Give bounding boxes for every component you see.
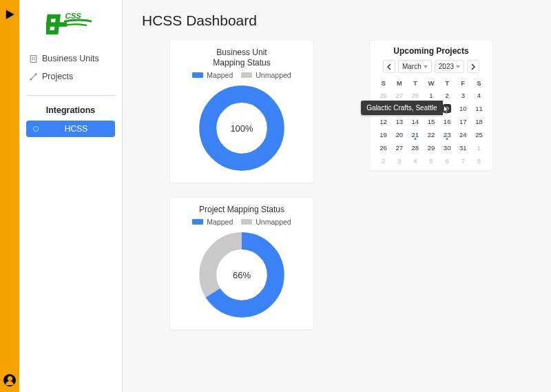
- chart-legend: Mapped Unmapped: [177, 218, 306, 226]
- calendar-month-select[interactable]: March: [398, 60, 432, 73]
- calendar-grid: SMTWTFS262728123456789101112131415161718…: [375, 77, 487, 167]
- chart-title: Project Mapping Status: [177, 205, 306, 215]
- calendar-day[interactable]: 4: [471, 89, 487, 102]
- calendar-day[interactable]: 29: [423, 141, 439, 154]
- chart-legend: Mapped Unmapped: [177, 71, 306, 79]
- calendar-day[interactable]: 23: [439, 128, 455, 141]
- calendar-weekday: S: [471, 77, 487, 89]
- sidebar-divider: [26, 95, 115, 96]
- legend-unmapped: Unmapped: [241, 71, 291, 79]
- legend-mapped: Mapped: [192, 71, 233, 79]
- svg-rect-5: [34, 59, 35, 60]
- hcss-logo: CSS: [26, 10, 115, 37]
- chevron-down-icon: [456, 65, 460, 68]
- sidebar-item-label: Business Units: [42, 54, 99, 63]
- calendar-year-select[interactable]: 2023: [435, 60, 464, 73]
- calendar-day[interactable]: 25: [471, 128, 487, 141]
- calendar-day[interactable]: 6: [439, 154, 455, 167]
- svg-rect-2: [32, 56, 33, 58]
- calendar-prev-button[interactable]: [383, 60, 395, 73]
- calendar-weekday: T: [407, 77, 423, 89]
- calendar-day[interactable]: 12: [375, 115, 391, 128]
- calendar-day[interactable]: 28: [407, 141, 423, 154]
- sidebar: CSS Business Units Projects Integrations…: [19, 0, 123, 392]
- building-icon: [29, 54, 38, 63]
- calendar-day[interactable]: 20: [391, 128, 407, 141]
- svg-rect-4: [32, 59, 33, 60]
- calendar-day[interactable]: 24: [455, 128, 471, 141]
- calendar-weekday: T: [439, 77, 455, 89]
- calendar-day[interactable]: 8: [471, 154, 487, 167]
- legend-unmapped: Unmapped: [241, 218, 291, 226]
- avatar[interactable]: [3, 374, 16, 386]
- calendar-day[interactable]: 3: [391, 154, 407, 167]
- calendar-weekday: S: [375, 77, 391, 89]
- calendar-day[interactable]: 31: [455, 141, 471, 154]
- calendar-day[interactable]: 13: [391, 115, 407, 128]
- legend-mapped: Mapped: [192, 218, 233, 226]
- chart-center-label: 66%: [197, 230, 287, 320]
- app-rail: [0, 0, 19, 392]
- calendar-day[interactable]: 17: [455, 115, 471, 128]
- donut-chart: 66%: [197, 230, 287, 320]
- calendar-day[interactable]: 11: [471, 102, 487, 115]
- integrations-heading: Integrations: [26, 103, 115, 121]
- calendar-weekday: W: [423, 77, 439, 89]
- svg-rect-3: [34, 56, 35, 58]
- app-logo-icon[interactable]: [3, 8, 16, 21]
- chevron-down-icon: [424, 65, 428, 68]
- integration-hcss-pill[interactable]: HCSS: [26, 121, 115, 137]
- calendar-day[interactable]: 14: [407, 115, 423, 128]
- calendar-day[interactable]: 2: [375, 154, 391, 167]
- calendar-day[interactable]: 21: [407, 128, 423, 141]
- integration-label: HCSS: [44, 124, 108, 134]
- calendar-day[interactable]: 16: [439, 115, 455, 128]
- status-dot-icon: [33, 126, 39, 132]
- chart-card-project: Project Mapping Status Mapped Unmapped 6…: [169, 197, 314, 330]
- event-tooltip: Galactic Crafts, Seattle: [361, 101, 442, 115]
- main-content: HCSS Dashboard Business Unit Mapping Sta…: [123, 0, 551, 392]
- calendar-day[interactable]: 30: [439, 141, 455, 154]
- page-title: HCSS Dashboard: [142, 12, 532, 29]
- svg-point-6: [30, 78, 32, 80]
- chart-center-label: 100%: [197, 83, 287, 173]
- calendar-day[interactable]: 18: [471, 115, 487, 128]
- calendar-day[interactable]: 7: [455, 154, 471, 167]
- chart-title: Business Unit Mapping Status: [177, 48, 306, 68]
- donut-chart: 100%: [197, 83, 287, 173]
- calendar-day[interactable]: 3: [455, 89, 471, 102]
- calendar-next-button[interactable]: [467, 60, 479, 73]
- calendar-day[interactable]: 22: [423, 128, 439, 141]
- calendar-day[interactable]: 27: [391, 141, 407, 154]
- calendar-day[interactable]: 4: [407, 154, 423, 167]
- calendar-day[interactable]: 5: [423, 154, 439, 167]
- tools-icon: [29, 72, 38, 81]
- chevron-right-icon: [471, 64, 475, 70]
- sidebar-item-projects[interactable]: Projects: [26, 68, 115, 85]
- calendar-weekday: F: [455, 77, 471, 89]
- svg-rect-1: [30, 55, 37, 62]
- calendar-title: Upcoming Projects: [375, 46, 487, 56]
- calendar-weekday: M: [391, 77, 407, 89]
- calendar-day[interactable]: 15: [423, 115, 439, 128]
- sidebar-item-business-units[interactable]: Business Units: [26, 50, 115, 68]
- svg-text:CSS: CSS: [65, 12, 81, 20]
- sidebar-item-label: Projects: [42, 72, 73, 81]
- calendar-day[interactable]: 1: [471, 141, 487, 154]
- calendar-day[interactable]: 26: [375, 141, 391, 154]
- chevron-left-icon: [387, 64, 391, 70]
- calendar-day[interactable]: 10: [455, 102, 471, 115]
- svg-point-7: [35, 73, 37, 75]
- chart-card-business-unit: Business Unit Mapping Status Mapped Unma…: [169, 40, 314, 183]
- calendar-day[interactable]: 19: [375, 128, 391, 141]
